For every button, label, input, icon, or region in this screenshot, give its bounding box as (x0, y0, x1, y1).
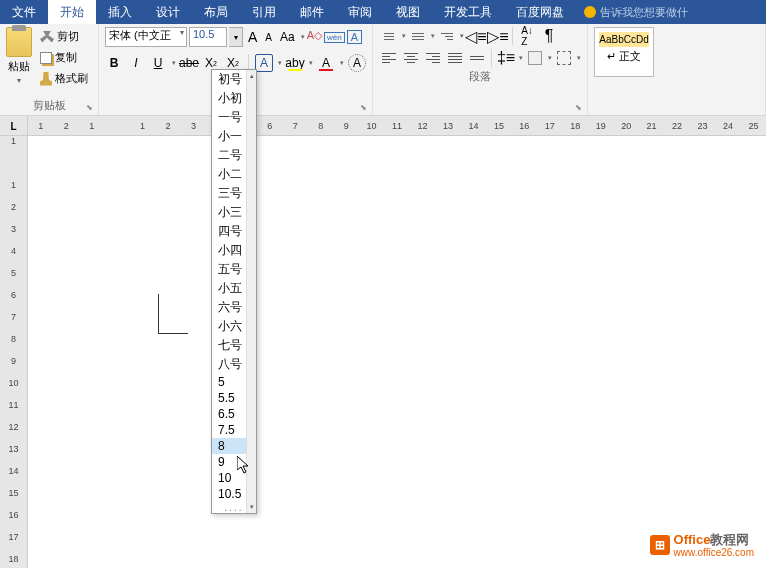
tab-baidu[interactable]: 百度网盘 (504, 0, 576, 24)
separator (512, 27, 513, 45)
font-color-button[interactable]: A (317, 54, 335, 72)
chevron-down-icon[interactable]: ▾ (577, 54, 581, 62)
clipboard-dialog-launcher[interactable]: ⬊ (86, 103, 96, 113)
chevron-down-icon[interactable]: ▾ (309, 59, 313, 67)
tab-selector[interactable]: L (0, 116, 28, 136)
vertical-ruler[interactable]: 11234567891011121314151617181920 (0, 136, 28, 568)
ruler-mark: 1 (130, 116, 155, 135)
distribute-button[interactable] (467, 49, 487, 67)
tab-file[interactable]: 文件 (0, 0, 48, 24)
scroll-up-arrow-icon[interactable]: ▴ (247, 70, 256, 82)
group-clipboard: 粘贴 ▾ 剪切 复制 格式刷 剪贴板 ⬊ (0, 24, 99, 115)
italic-button[interactable]: I (127, 54, 145, 72)
ruler-mark: 22 (664, 116, 689, 135)
bullets-button[interactable] (379, 27, 399, 45)
ruler-mark: 9 (333, 116, 358, 135)
ruler-mark: 8 (308, 116, 333, 135)
align-center-button[interactable] (401, 49, 421, 67)
strike-button[interactable]: abe (180, 54, 198, 72)
ruler-mark: 16 (0, 510, 27, 520)
highlight-button[interactable]: aby (286, 54, 304, 72)
ruler-mark: 20 (613, 116, 638, 135)
numbering-button[interactable] (408, 27, 428, 45)
chevron-down-icon[interactable]: ▾ (431, 32, 435, 40)
ruler-mark: 15 (486, 116, 511, 135)
chevron-down-icon[interactable]: ▾ (402, 32, 406, 40)
font-size-dropdown-arrow[interactable]: ▾ (229, 27, 243, 47)
paste-button[interactable]: 粘贴 ▾ (6, 27, 32, 85)
bold-button[interactable]: B (105, 54, 123, 72)
ruler-mark: 23 (690, 116, 715, 135)
chevron-down-icon[interactable]: ▾ (278, 59, 282, 67)
tell-me-search[interactable]: 告诉我您想要做什 (584, 5, 688, 20)
enclose-char-button[interactable]: A (348, 54, 366, 72)
chevron-down-icon[interactable]: ▾ (172, 59, 176, 67)
align-justify-button[interactable] (445, 49, 465, 67)
ruler-mark: 18 (563, 116, 588, 135)
tab-review[interactable]: 审阅 (336, 0, 384, 24)
clear-format-button[interactable]: A◇ (307, 29, 322, 42)
font-dialog-launcher[interactable]: ⬊ (360, 103, 370, 113)
text-effects-button[interactable]: A (255, 54, 273, 72)
chevron-down-icon[interactable]: ▾ (301, 33, 305, 41)
tab-insert[interactable]: 插入 (96, 0, 144, 24)
office-logo-icon: ⊞ (650, 535, 670, 555)
tab-home[interactable]: 开始 (48, 0, 96, 24)
ruler-mark: 24 (715, 116, 740, 135)
ruler-mark: 8 (0, 334, 27, 344)
ruler-mark: 14 (461, 116, 486, 135)
ruler-mark: 18 (0, 554, 27, 564)
multilevel-list-button[interactable] (437, 27, 457, 45)
page-canvas[interactable] (28, 136, 766, 568)
font-size-select[interactable]: 10.5 (189, 27, 227, 47)
change-case-button[interactable]: Aa (277, 30, 298, 44)
shrink-font-button[interactable]: A (262, 32, 275, 43)
paste-dropdown-arrow[interactable]: ▾ (17, 76, 21, 85)
tab-layout[interactable]: 布局 (192, 0, 240, 24)
scroll-down-arrow-icon[interactable]: ▾ (247, 501, 256, 513)
line-spacing-button[interactable]: ‡≡ (496, 49, 516, 67)
font-family-select[interactable]: 宋体 (中文正 (105, 27, 187, 47)
chevron-down-icon[interactable]: ▾ (460, 32, 464, 40)
paragraph-dialog-launcher[interactable]: ⬊ (575, 103, 585, 113)
horizontal-ruler-row: L 12112345678910111213141516171819202122… (0, 116, 766, 136)
style-normal[interactable]: AaBbCcDd ↵ 正文 (594, 27, 654, 77)
chevron-down-icon[interactable]: ▾ (340, 59, 344, 67)
font-size-dropdown: 初号小初一号小一二号小二三号小三四号小四五号小五六号小六七号八号55.56.57… (211, 69, 257, 514)
group-paragraph: ▾ ▾ ▾ ◁≡ ▷≡ A↓Z ¶ ‡≡▾ ▾ ▾ 段落 ⬊ (373, 24, 588, 115)
style-preview: AaBbCcDd (599, 32, 649, 47)
tab-mail[interactable]: 邮件 (288, 0, 336, 24)
ruler-mark: 3 (0, 224, 27, 234)
char-border-button[interactable]: A (347, 30, 362, 44)
chevron-down-icon[interactable]: ▾ (548, 54, 552, 62)
ruler-mark: 11 (0, 400, 27, 410)
align-left-button[interactable] (379, 49, 399, 67)
ruler-mark: 10 (359, 116, 384, 135)
align-right-button[interactable] (423, 49, 443, 67)
cut-button[interactable]: 剪切 (36, 27, 92, 46)
decrease-indent-button[interactable]: ◁≡ (466, 27, 486, 45)
tab-references[interactable]: 引用 (240, 0, 288, 24)
copy-button[interactable]: 复制 (36, 48, 92, 67)
dropdown-scrollbar[interactable]: ▴ ▾ (246, 70, 256, 513)
format-painter-label: 格式刷 (55, 71, 88, 86)
chevron-down-icon[interactable]: ▾ (519, 54, 523, 62)
copy-label: 复制 (55, 50, 77, 65)
borders-button[interactable] (554, 49, 574, 67)
tab-view[interactable]: 视图 (384, 0, 432, 24)
sort-button[interactable]: A↓Z (517, 27, 537, 45)
grow-font-button[interactable]: A (245, 29, 260, 45)
phonetic-guide-button[interactable]: wén (324, 32, 345, 43)
tab-design[interactable]: 设计 (144, 0, 192, 24)
brush-icon (40, 72, 52, 86)
shading-icon (528, 51, 542, 65)
shading-button[interactable] (525, 49, 545, 67)
underline-button[interactable]: U (149, 54, 167, 72)
tab-developer[interactable]: 开发工具 (432, 0, 504, 24)
show-marks-button[interactable]: ¶ (539, 27, 559, 45)
horizontal-ruler[interactable]: 1211234567891011121314151617181920212223… (28, 116, 766, 135)
increase-indent-button[interactable]: ▷≡ (488, 27, 508, 45)
ruler-mark: 2 (53, 116, 78, 135)
format-painter-button[interactable]: 格式刷 (36, 69, 92, 88)
scissors-icon (40, 31, 54, 43)
